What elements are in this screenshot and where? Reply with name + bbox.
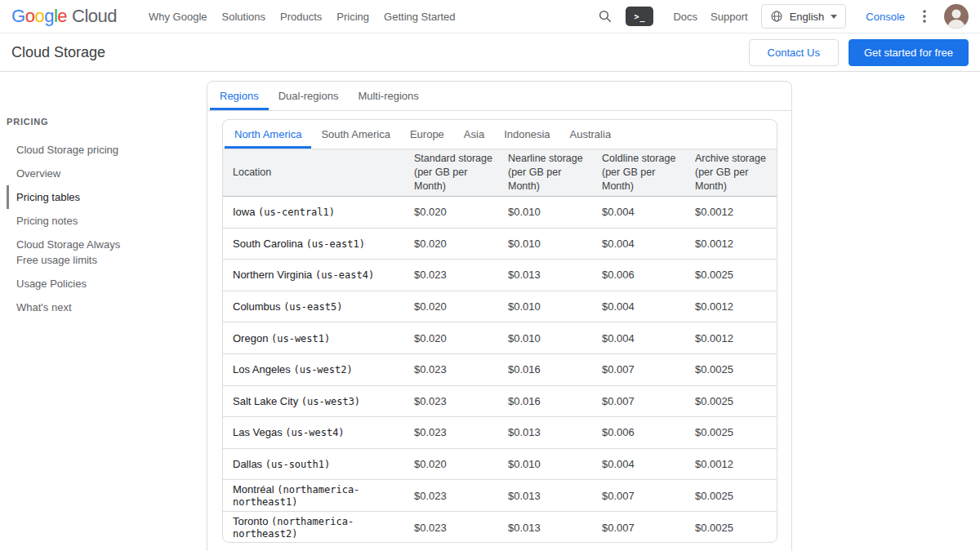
price-cell: $0.004 [592,332,685,344]
location-name: Los Angeles [233,363,293,375]
price-cell: $0.0025 [685,363,777,375]
google-cloud-logo[interactable]: Google Cloud [11,6,117,27]
price-cell: $0.0012 [685,238,777,250]
logo-letter: g [44,6,54,26]
region-tabs: North AmericaSouth AmericaEuropeAsiaIndo… [223,120,777,149]
scope-tabs: RegionsDual-regionsMulti-regions [207,82,791,111]
price-cell: $0.006 [592,269,685,281]
location-name: Iowa [233,206,258,218]
table-row: Salt Lake City (us-west3)$0.023$0.016$0.… [223,386,777,418]
table-row: Oregon (us-west1)$0.020$0.010$0.004$0.00… [223,322,777,354]
price-cell: $0.023 [404,490,498,502]
region-code: (us-central1) [258,207,335,218]
region-tab-asia[interactable]: Asia [454,120,494,149]
tab-dual-regions[interactable]: Dual-regions [269,82,349,110]
location-name: Columbus [233,300,283,313]
pricing-table-body: Iowa (us-central1)$0.020$0.010$0.004$0.0… [223,197,777,543]
sidebar-item-what-s-next[interactable]: What's next [7,295,170,319]
price-cell: $0.013 [498,490,592,502]
support-link[interactable]: Support [710,11,748,23]
sidebar-item-pricing-tables[interactable]: Pricing tables [7,185,170,209]
table-row: Northern Virginia (us-east4)$0.023$0.013… [223,260,777,291]
sidebar-nav-list: Cloud Storage pricingOverviewPricing tab… [0,138,207,319]
docs-link[interactable]: Docs [673,11,697,23]
price-cell: $0.020 [404,238,498,250]
product-header-actions: Contact Us Get started for free [749,39,969,66]
table-row: Columbus (us-east5)$0.020$0.010$0.004$0.… [223,291,777,323]
region-tab-south-america[interactable]: South America [311,120,400,149]
price-cell: $0.004 [592,238,685,250]
region-tab-europe[interactable]: Europe [400,120,454,149]
cloud-shell-icon[interactable]: >_ [626,7,653,26]
tab-multi-regions[interactable]: Multi-regions [348,82,428,110]
price-cell: $0.0012 [685,332,777,344]
price-cell: $0.020 [404,458,498,470]
console-link[interactable]: Console [866,11,905,23]
avatar[interactable] [944,4,969,29]
price-cell: $0.0025 [685,490,777,502]
nav-products[interactable]: Products [280,11,322,23]
location-name: Las Vegas [233,426,285,438]
top-header: Google Cloud Why GoogleSolutionsProducts… [0,0,980,33]
language-selector[interactable]: English [761,4,847,29]
nav-getting-started[interactable]: Getting Started [384,11,455,23]
region-pricing-panel: North AmericaSouth AmericaEuropeAsiaIndo… [222,119,777,543]
sidebar: PRICING Cloud Storage pricingOverviewPri… [0,72,207,319]
region-tab-australia[interactable]: Australia [560,120,621,149]
price-cell: $0.0025 [685,426,777,438]
sidebar-item-overview[interactable]: Overview [7,162,170,185]
region-tab-north-america[interactable]: North America [225,120,311,149]
search-icon[interactable] [598,9,612,24]
table-row: Toronto (northamerica-northeast2)$0.023$… [223,512,777,543]
location-name: Northern Virginia [233,269,315,281]
sidebar-item-cloud-storage-pricing[interactable]: Cloud Storage pricing [7,138,170,162]
nav-pricing[interactable]: Pricing [336,11,369,23]
region-code: (us-west1) [271,333,330,344]
price-cell: $0.010 [498,300,592,313]
price-cell: $0.0012 [685,458,777,470]
region-tab-indonesia[interactable]: Indonesia [494,120,559,149]
table-row: South Carolina (us-east1)$0.020$0.010$0.… [223,229,777,260]
price-cell: $0.007 [592,490,685,502]
sidebar-item-pricing-notes[interactable]: Pricing notes [7,209,170,233]
location-cell: Toronto (northamerica-northeast2) [223,515,404,540]
location-name: Montréal [233,483,277,495]
contact-us-button[interactable]: Contact Us [749,39,839,66]
location-cell: Salt Lake City (us-west3) [223,395,404,407]
price-cell: $0.013 [498,269,592,281]
table-row: Dallas (us-south1)$0.020$0.010$0.004$0.0… [223,449,777,481]
logo-letter: o [34,6,44,26]
location-cell: Oregon (us-west1) [223,332,404,344]
primary-nav: Why GoogleSolutionsProductsPricingGettin… [141,11,463,23]
location-name: South Carolina [233,238,306,250]
table-row: Las Vegas (us-west4)$0.023$0.013$0.006$0… [223,417,777,449]
price-cell: $0.023 [404,522,498,534]
more-vertical-icon[interactable] [918,9,931,24]
price-cell: $0.0012 [685,206,777,218]
price-cell: $0.007 [592,395,685,407]
location-cell: Los Angeles (us-west2) [223,363,404,375]
region-code: (us-west4) [285,427,344,438]
price-cell: $0.0025 [685,395,777,407]
tab-regions[interactable]: Regions [210,82,269,110]
price-cell: $0.016 [498,395,592,407]
location-cell: Iowa (us-central1) [223,206,404,218]
location-name: Dallas [233,458,265,470]
price-cell: $0.010 [498,238,592,250]
location-cell: Las Vegas (us-west4) [223,426,404,438]
get-started-button[interactable]: Get started for free [849,39,969,66]
sidebar-item-usage-policies[interactable]: Usage Policies [7,272,170,295]
region-code: (us-east4) [315,269,374,281]
location-name: Oregon [233,332,271,344]
shell-prompt-glyph: >_ [634,12,645,21]
nav-why-google[interactable]: Why Google [149,11,207,23]
region-code: (us-east5) [283,301,342,313]
sidebar-item-cloud-storage-always-free-usage-limits[interactable]: Cloud Storage Always Free usage limits [7,233,170,272]
logo-letter: e [57,6,67,26]
price-cell: $0.010 [498,206,592,218]
location-name: Salt Lake City [233,395,301,407]
nav-solutions[interactable]: Solutions [222,11,265,23]
price-cell: $0.023 [404,269,498,281]
logo-letter: o [25,6,35,26]
price-cell: $0.023 [404,426,498,438]
